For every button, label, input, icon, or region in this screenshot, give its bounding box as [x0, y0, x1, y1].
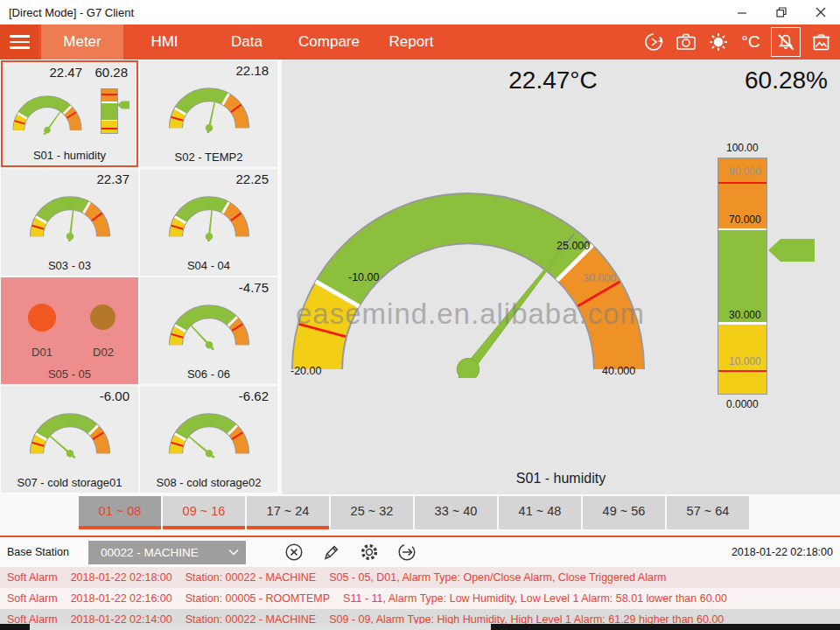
card-label: S05 - 05 [1, 368, 138, 381]
alarm-time: 2018-01-22 02:16:00 [71, 592, 172, 605]
tab-17-24[interactable]: 17 ~ 24 [247, 496, 329, 529]
mini-gauge [20, 188, 120, 242]
hamburger-icon [10, 35, 30, 38]
digital-label-d02: D02 [77, 346, 130, 359]
gear-icon [359, 542, 380, 563]
minimize-button[interactable] [722, 0, 761, 24]
mini-gauge [4, 88, 90, 135]
meter-card-s07[interactable]: -6.00 S07 - cold storage01 [1, 386, 138, 493]
edit-button[interactable] [320, 541, 343, 564]
mini-bar-gauge [101, 88, 118, 134]
pencil-icon [321, 542, 342, 563]
main-temperature-value: 22.47°C [483, 66, 623, 94]
main-meter-panel: 22.47°C 60.28% easemind.en.alibaba.com -… [282, 60, 840, 494]
celsius-unit-icon: °C [741, 32, 760, 52]
temperature-unit-button[interactable]: °C [738, 30, 763, 54]
scrollbar-thumb[interactable] [30, 624, 491, 630]
nav-tab-report[interactable]: Report [370, 24, 452, 60]
card-label: S01 - humidity [3, 149, 136, 162]
mini-bar-pointer [117, 101, 130, 109]
nav-tab-data[interactable]: Data [206, 24, 288, 60]
alarm-detail: S05 - 05, D01, Alarm Type: Open/Close Al… [329, 571, 666, 584]
horizontal-scrollbar[interactable] [0, 624, 840, 630]
alarm-time: 2018-01-22 02:18:00 [71, 571, 172, 584]
selected-sensor-label: S01 - humidity [282, 471, 840, 486]
alarm-detail: S09 - 09, Alarm Type: High Humidity, Hig… [329, 613, 724, 624]
bar-10-label: 10.000 [729, 355, 761, 368]
tab-01-08[interactable]: 01 ~ 08 [79, 496, 161, 529]
circle-x-icon [284, 542, 304, 563]
bar-90-label: 90.000 [729, 165, 761, 178]
bar-min-label: 0.0000 [726, 398, 759, 410]
meter-card-s08[interactable]: -6.62 S08 - cold storage02 [140, 386, 277, 493]
humidity-bar-pointer [767, 237, 817, 263]
alarm-mute-icon [775, 32, 796, 52]
digital-label-d01: D01 [16, 346, 68, 359]
alarm-row[interactable]: Soft Alarm 2018-01-22 02:16:00 Station: … [0, 588, 840, 609]
card-value: 22.25 [235, 172, 269, 186]
base-station-label: Base Station [7, 546, 69, 558]
sun-icon [707, 31, 730, 53]
g7-client-window: [Direct Mode] - G7 Client Meter HMI Data… [0, 0, 840, 630]
meter-card-grid: 22.47 60.28 [0, 60, 280, 494]
brightness-button[interactable] [706, 30, 731, 54]
tab-25-32[interactable]: 25 ~ 32 [331, 496, 413, 529]
main-navbar: Meter HMI Data Compare Report [0, 24, 840, 60]
nav-tab-compare[interactable]: Compare [288, 24, 370, 60]
alarm-row[interactable]: Soft Alarm 2018-01-22 02:14:00 Station: … [0, 609, 840, 624]
alarm-station: Station: 00005 - ROOMTEMP [186, 592, 330, 605]
tab-49-56[interactable]: 49 ~ 56 [583, 496, 665, 529]
snapshot-button[interactable] [674, 30, 698, 54]
clear-images-button[interactable] [808, 30, 833, 54]
nav-tab-hmi[interactable]: HMI [123, 24, 206, 60]
card-value-temp: 22.47 [49, 65, 82, 80]
tab-57-64[interactable]: 57 ~ 64 [667, 496, 749, 529]
alarm-time: 2018-01-22 02:14:00 [71, 613, 172, 624]
meter-card-s02[interactable]: 22.18 S02 - TEMP2 [140, 60, 277, 167]
card-value: -4.75 [239, 280, 269, 295]
hamburger-menu-button[interactable] [0, 24, 38, 60]
chevron-down-icon [228, 549, 239, 556]
restore-button[interactable] [761, 0, 801, 24]
image-trash-icon [810, 32, 832, 53]
base-station-select[interactable]: 00022 - MACHINE [88, 541, 246, 564]
minimize-icon [737, 7, 747, 18]
card-value: 22.37 [96, 172, 130, 186]
meter-card-s03[interactable]: 22.37 S03 - 03 [1, 169, 138, 276]
nav-tab-meter[interactable]: Meter [41, 24, 123, 60]
bar-70-label: 70.000 [729, 214, 761, 226]
meter-card-s06[interactable]: -4.75 S06 - 06 [140, 277, 277, 384]
gauge-low-label: -10.00 [348, 271, 379, 284]
export-button[interactable] [396, 541, 418, 564]
card-value: 22.18 [235, 63, 269, 78]
main-gauge [287, 192, 649, 378]
settings-button[interactable] [358, 541, 381, 564]
tab-09-16[interactable]: 09 ~ 16 [163, 496, 245, 529]
circle-arrow-icon [396, 542, 417, 563]
selected-station: 00022 - MACHINE [101, 546, 199, 559]
card-label: S04 - 04 [140, 259, 277, 272]
tab-41-48[interactable]: 41 ~ 48 [499, 496, 581, 529]
digital-indicator-d01 [28, 304, 56, 332]
alarm-station: Station: 00022 - MACHINE [186, 571, 316, 584]
restore-icon [776, 7, 787, 18]
mini-gauge [159, 405, 259, 458]
card-value-humidity: 60.28 [94, 65, 128, 80]
alarm-log: Soft Alarm 2018-01-22 02:18:00 Station: … [0, 567, 840, 624]
meter-card-s01[interactable]: 22.47 60.28 [1, 60, 138, 167]
gauge-alarm-label: 30.000 [583, 272, 616, 284]
tab-33-40[interactable]: 33 ~ 40 [415, 496, 497, 529]
alarm-type: Soft Alarm [7, 571, 58, 584]
meter-card-s05[interactable]: D01 D02 S05 - 05 [1, 277, 138, 384]
meter-card-s04[interactable]: 22.25 S04 - 04 [140, 169, 277, 276]
mini-gauge [20, 405, 120, 458]
close-icon [816, 7, 826, 18]
refresh-button[interactable] [641, 30, 666, 54]
card-label: S02 - TEMP2 [140, 150, 277, 164]
alarm-station: Station: 00022 - MACHINE [186, 613, 316, 624]
close-button[interactable] [801, 0, 840, 24]
alarm-mute-button[interactable] [771, 27, 801, 57]
clear-alarms-button[interactable] [283, 541, 305, 564]
gauge-max-label: 40.000 [602, 365, 635, 377]
alarm-row[interactable]: Soft Alarm 2018-01-22 02:18:00 Station: … [0, 567, 840, 588]
